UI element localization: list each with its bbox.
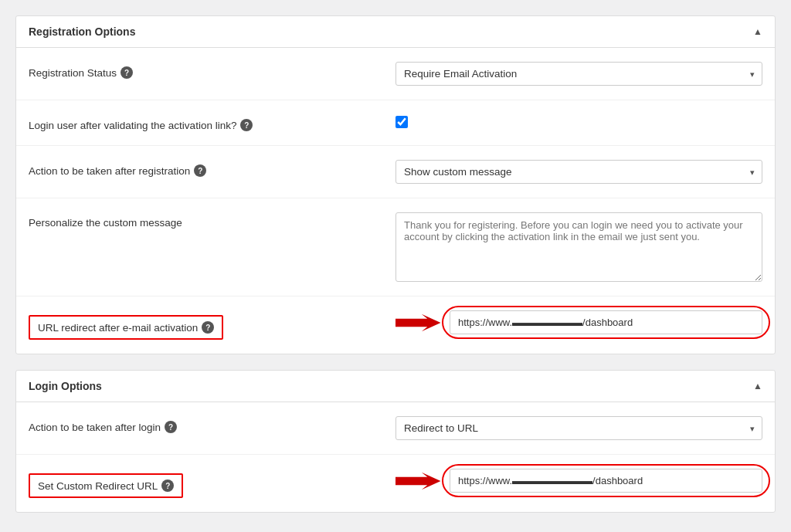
custom-message-label: Personalize the custom message [29, 212, 396, 229]
registration-options-panel: Registration Options ▲ Registration Stat… [15, 15, 776, 354]
action-after-registration-help-icon[interactable]: ? [194, 164, 206, 177]
url-redirect-label-box: URL redirect after e-mail activation ? [29, 315, 223, 340]
url-redirect-input[interactable] [450, 310, 762, 334]
custom-message-row: Personalize the custom message [16, 198, 775, 296]
url-redirect-arrow-container [396, 310, 762, 334]
action-after-login-control: Redirect to URL Show custom message Do n… [396, 416, 762, 440]
login-panel-header: Login Options ▲ [16, 371, 775, 402]
registration-panel-header: Registration Options ▲ [16, 16, 775, 48]
url-redirect-label-wrap: URL redirect after e-mail activation ? [29, 310, 396, 340]
custom-message-textarea[interactable] [396, 212, 762, 282]
svg-marker-0 [396, 313, 441, 331]
url-redirect-input-wrap [450, 310, 762, 334]
action-after-registration-row: Action to be taken after registration ? … [16, 146, 775, 198]
registration-status-help-icon[interactable]: ? [121, 66, 133, 79]
custom-redirect-input[interactable] [450, 469, 762, 493]
registration-collapse-icon[interactable]: ▲ [753, 26, 762, 37]
login-panel-body: Action to be taken after login ? Redirec… [16, 402, 775, 512]
action-after-registration-select-wrap: Show custom message Redirect to URL Do n… [396, 160, 762, 184]
url-redirect-row: URL redirect after e-mail activation ? [16, 296, 775, 354]
action-after-login-select-wrap: Redirect to URL Show custom message Do n… [396, 416, 762, 440]
login-collapse-icon[interactable]: ▲ [753, 381, 762, 391]
registration-panel-title: Registration Options [29, 25, 135, 38]
registration-status-label: Registration Status ? [29, 62, 396, 79]
login-after-activation-label: Login user after validating the activati… [29, 114, 396, 131]
action-after-login-label: Action to be taken after login ? [29, 416, 396, 433]
registration-status-select-wrap: Require Email Activation Open Registrati… [396, 62, 762, 86]
login-after-activation-row: Login user after validating the activati… [16, 100, 775, 146]
action-after-registration-control: Show custom message Redirect to URL Do n… [396, 160, 762, 184]
custom-message-control [396, 212, 762, 282]
custom-redirect-arrow-icon [396, 469, 442, 493]
url-redirect-help-icon[interactable]: ? [202, 321, 214, 334]
custom-redirect-row: Set Custom Redirect URL ? [16, 455, 775, 512]
url-redirect-arrow-icon [396, 311, 442, 334]
login-after-activation-checkbox[interactable] [396, 116, 408, 128]
login-after-activation-help-icon[interactable]: ? [240, 119, 253, 131]
action-after-login-row: Action to be taken after login ? Redirec… [16, 402, 775, 455]
action-after-login-select[interactable]: Redirect to URL Show custom message Do n… [396, 416, 762, 440]
custom-redirect-input-wrap [450, 469, 762, 493]
custom-redirect-label-box: Set Custom Redirect URL ? [29, 473, 183, 498]
custom-redirect-arrow-container [396, 469, 762, 493]
action-after-login-help-icon[interactable]: ? [165, 421, 177, 433]
registration-panel-body: Registration Status ? Require Email Acti… [16, 48, 775, 354]
action-after-registration-label: Action to be taken after registration ? [29, 160, 396, 177]
custom-redirect-label-wrap: Set Custom Redirect URL ? [29, 469, 396, 498]
registration-status-select[interactable]: Require Email Activation Open Registrati… [396, 62, 762, 86]
action-after-registration-select[interactable]: Show custom message Redirect to URL Do n… [396, 160, 762, 184]
svg-marker-1 [396, 472, 441, 490]
login-after-activation-control [396, 114, 762, 128]
login-panel-title: Login Options [29, 380, 102, 392]
registration-status-row: Registration Status ? Require Email Acti… [16, 48, 775, 100]
registration-status-control: Require Email Activation Open Registrati… [396, 62, 762, 86]
login-options-panel: Login Options ▲ Action to be taken after… [15, 370, 776, 513]
custom-redirect-help-icon[interactable]: ? [161, 479, 174, 492]
